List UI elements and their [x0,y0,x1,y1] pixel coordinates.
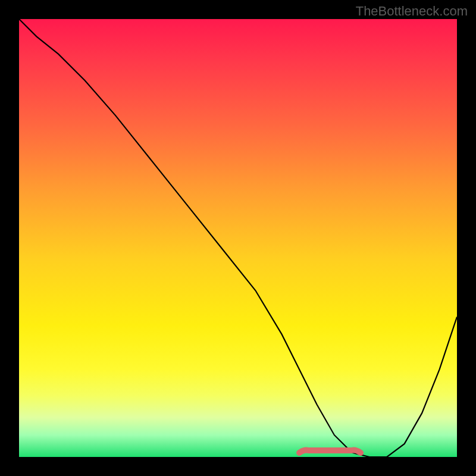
chart-svg [19,19,457,457]
plot-area [19,19,457,457]
optimal-range-marker [299,450,361,453]
watermark-text: TheBottleneck.com [356,4,468,19]
bottleneck-curve [19,19,457,457]
